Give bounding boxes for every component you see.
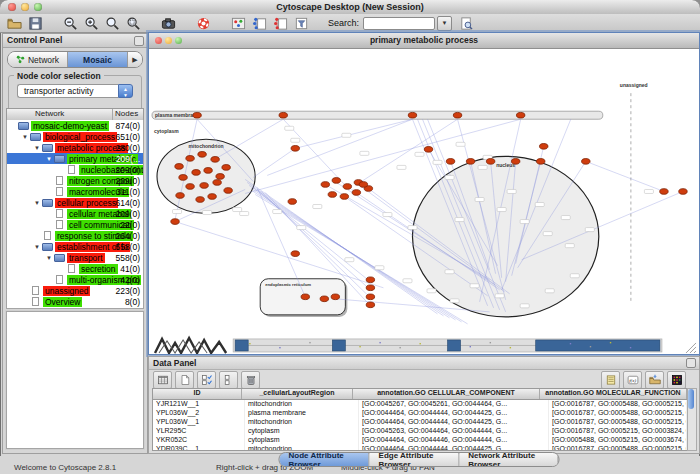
tree-row[interactable]: cell communicati22(0) xyxy=(7,219,143,230)
column-header[interactable]: ID xyxy=(153,389,242,399)
expander-icon[interactable]: ▼ xyxy=(34,145,42,151)
network-node[interactable] xyxy=(321,182,329,188)
network-node[interactable] xyxy=(320,296,328,302)
network-node[interactable] xyxy=(196,197,204,203)
help-icon[interactable] xyxy=(195,16,212,31)
column-header[interactable]: annotation.GO MOLECULAR_FUNCTION xyxy=(540,389,687,399)
table-row[interactable]: YPL036W__1mitochondrion[GO:0044464, GO:0… xyxy=(153,418,687,427)
layout-blue-icon[interactable] xyxy=(251,16,268,31)
network-node[interactable] xyxy=(291,146,299,152)
network-node[interactable] xyxy=(328,192,336,198)
column-header[interactable]: _cellularLayoutRegion xyxy=(242,389,353,399)
network-node[interactable] xyxy=(540,144,548,150)
tree-row[interactable]: Overview8(0) xyxy=(7,296,143,307)
filter-icon[interactable] xyxy=(293,16,310,31)
network-node[interactable] xyxy=(446,159,454,165)
expander-icon[interactable]: ▼ xyxy=(46,255,54,261)
network-node[interactable] xyxy=(453,112,461,118)
tree-row[interactable]: ▼primary metabolic209(... xyxy=(7,153,143,164)
table-row[interactable]: YPL036W__2plasma membrane[GO:0044464, GO… xyxy=(153,409,687,418)
float-data-panel-icon[interactable] xyxy=(686,358,696,368)
network-node[interactable] xyxy=(408,112,416,118)
tree-col-nodes[interactable]: Nodes xyxy=(113,109,143,120)
network-node[interactable] xyxy=(582,159,590,165)
expander-icon[interactable]: ▼ xyxy=(46,156,54,162)
network-node[interactable] xyxy=(537,159,545,165)
open-folder-icon[interactable] xyxy=(6,16,23,31)
tab-network[interactable]: Network xyxy=(8,52,68,67)
column-header[interactable]: annotation.GO CELLULAR_COMPONENT xyxy=(353,389,540,399)
attribute-table-icon[interactable] xyxy=(153,371,172,389)
table-row[interactable]: YDR039C__1mitochondrion[GO:0044464, GO:0… xyxy=(153,445,687,451)
network-node[interactable] xyxy=(516,112,524,118)
network-node[interactable] xyxy=(366,277,374,283)
tab-node-attribute-browser[interactable]: Node Attribute Browser xyxy=(280,453,370,466)
network-node[interactable] xyxy=(211,157,219,163)
network-node[interactable] xyxy=(331,294,339,300)
unselect-attributes-icon[interactable] xyxy=(219,371,238,389)
notes-icon[interactable] xyxy=(601,371,620,389)
network-node[interactable] xyxy=(291,251,299,257)
network-node[interactable] xyxy=(213,180,221,186)
enhanced-search-icon[interactable] xyxy=(458,16,475,31)
expander-icon[interactable]: ▼ xyxy=(34,244,42,250)
tree-row[interactable]: ▼transport558(0) xyxy=(7,252,143,263)
network-node[interactable] xyxy=(179,175,187,181)
network-node[interactable] xyxy=(200,183,208,189)
expander-icon[interactable]: ▼ xyxy=(22,134,30,140)
delete-attribute-icon[interactable] xyxy=(241,371,260,389)
network-node[interactable] xyxy=(208,194,216,200)
tree-row[interactable]: nitrogen compou209(0) xyxy=(7,175,143,186)
tree-row[interactable]: secretion41(0) xyxy=(7,263,143,274)
tree-row[interactable]: cellular metabol209(0) xyxy=(7,208,143,219)
network-node[interactable] xyxy=(198,152,206,158)
search-dropdown-arrow-icon[interactable]: ▼ xyxy=(437,16,452,31)
scrollbar-thumb[interactable] xyxy=(688,389,694,409)
tree-row[interactable]: mosaic-demo-yeast874(0) xyxy=(7,120,143,131)
network-node[interactable] xyxy=(343,184,351,190)
tab-edge-attribute-browser[interactable]: Edge Attribute Browser xyxy=(370,453,460,466)
table-scrollbar[interactable] xyxy=(687,388,697,451)
zoom-region-icon[interactable] xyxy=(125,16,142,31)
network-node[interactable] xyxy=(679,189,687,195)
tab-mosaic[interactable]: Mosaic xyxy=(68,52,128,67)
network-node[interactable] xyxy=(466,159,474,165)
network-node[interactable] xyxy=(288,199,296,205)
tab-network-attribute-browser[interactable]: Network Attribute Browser xyxy=(459,453,558,466)
network-node[interactable] xyxy=(424,147,432,153)
network-node[interactable] xyxy=(193,112,201,118)
table-row[interactable]: YLR295Ccytoplasm[GO:0045263, GO:0044464,… xyxy=(153,427,687,436)
tree-row[interactable]: ▼cellular process614(0) xyxy=(7,197,143,208)
network-node[interactable] xyxy=(301,294,309,300)
network-node[interactable] xyxy=(186,184,194,190)
network-node[interactable] xyxy=(192,170,200,176)
save-icon[interactable] xyxy=(27,16,44,31)
zoom-in-icon[interactable] xyxy=(83,16,100,31)
tree-row[interactable]: ▼metabolic process280(0) xyxy=(7,142,143,153)
new-attribute-icon[interactable] xyxy=(175,371,194,389)
node-color-dropdown[interactable]: transporter activity ▲▼ xyxy=(17,84,133,98)
network-node[interactable] xyxy=(366,302,374,308)
resize-grip-icon[interactable] xyxy=(686,343,696,353)
tree-row[interactable]: ▼establishment of lo558(0) xyxy=(7,241,143,252)
network-node[interactable] xyxy=(366,285,374,291)
snapshot-icon[interactable] xyxy=(160,16,177,31)
tree-row[interactable]: macromolecule311(0) xyxy=(7,186,143,197)
tree-row[interactable]: response to stimulu264(0) xyxy=(7,230,143,241)
zoom-out-icon[interactable] xyxy=(62,16,79,31)
network-node[interactable] xyxy=(222,165,230,171)
float-panel-icon[interactable] xyxy=(134,36,144,46)
network-node[interactable] xyxy=(176,193,184,199)
function-builder-icon[interactable]: f(x) xyxy=(623,371,642,389)
network-canvas[interactable]: plasma membrane cytoplasm mitochondrion … xyxy=(149,49,699,354)
network-node[interactable] xyxy=(352,190,360,196)
network-node[interactable] xyxy=(224,188,232,194)
vizmapper-icon[interactable] xyxy=(230,16,247,31)
select-attributes-icon[interactable] xyxy=(197,371,216,389)
zoom-fit-icon[interactable] xyxy=(104,16,121,31)
network-node[interactable] xyxy=(171,219,179,225)
network-node[interactable] xyxy=(332,178,340,184)
expander-icon[interactable]: ▼ xyxy=(34,200,42,206)
network-node[interactable] xyxy=(486,159,494,165)
tree-row[interactable]: multi-organism pro42(0) xyxy=(7,274,143,285)
